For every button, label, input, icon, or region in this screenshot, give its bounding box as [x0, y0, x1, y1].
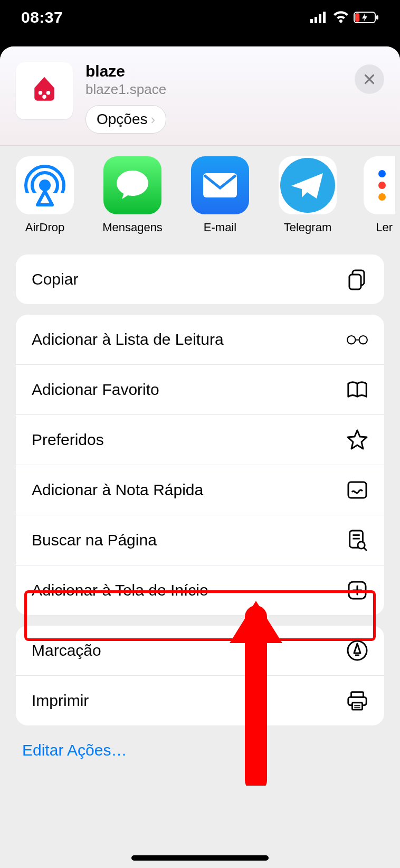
app-label: Mensagens [102, 221, 163, 234]
status-bar: 08:37 [0, 0, 400, 34]
svg-rect-32 [351, 692, 364, 697]
email-icon [191, 156, 249, 214]
svg-rect-2 [319, 14, 321, 23]
search-doc-icon [346, 529, 368, 551]
action-markup[interactable]: Marcação [16, 626, 384, 676]
messages-icon [103, 156, 161, 214]
app-label: Ler [376, 221, 393, 234]
dot-icon [378, 193, 386, 201]
wifi-icon [332, 11, 349, 24]
action-label: Adicionar à Lista de Leitura [32, 331, 224, 348]
site-url: blaze1.space [85, 81, 342, 98]
action-label: Preferidos [32, 431, 104, 449]
share-sheet: blaze blaze1.space Opções › AirDrop Mens… [0, 46, 400, 868]
share-apps-row[interactable]: AirDrop Mensagens E-mail Telegram [0, 146, 400, 240]
airdrop-icon [16, 156, 74, 214]
reminders-icon [364, 156, 395, 214]
cellular-icon [310, 12, 328, 23]
action-reading-list[interactable]: Adicionar à Lista de Leitura [16, 315, 384, 365]
copy-icon [346, 268, 368, 290]
site-title: blaze [85, 62, 342, 80]
status-time: 08:37 [21, 8, 63, 26]
app-label: E-mail [204, 221, 236, 234]
svg-line-26 [364, 548, 367, 551]
share-header: blaze blaze1.space Opções › [0, 46, 400, 146]
app-label: Telegram [284, 221, 331, 234]
svg-rect-1 [315, 17, 317, 23]
book-icon [346, 379, 368, 401]
svg-point-14 [117, 171, 148, 196]
svg-point-13 [39, 180, 51, 191]
action-group: Adicionar à Lista de Leitura Adicionar F… [16, 315, 384, 615]
quicknote-icon [346, 479, 368, 501]
svg-rect-5 [355, 13, 359, 22]
status-icons [310, 11, 379, 24]
options-button[interactable]: Opções › [85, 105, 166, 134]
home-indicator [131, 855, 269, 861]
glasses-icon [346, 328, 368, 351]
action-label: Adicionar à Tela de Início [32, 581, 208, 599]
app-airdrop[interactable]: AirDrop [16, 156, 74, 234]
edit-actions-link[interactable]: Editar Ações… [22, 741, 378, 759]
action-label: Adicionar à Nota Rápida [32, 481, 203, 499]
svg-point-8 [42, 95, 46, 99]
svg-rect-21 [348, 482, 366, 498]
action-label: Imprimir [32, 692, 89, 710]
svg-point-20 [359, 336, 367, 344]
action-add-to-home[interactable]: Adicionar à Tela de Início [16, 565, 384, 615]
action-group: Copiar [16, 254, 384, 304]
site-meta: blaze blaze1.space Opções › [85, 62, 342, 134]
plus-square-icon [346, 579, 368, 601]
svg-point-19 [347, 336, 355, 344]
action-copy[interactable]: Copiar [16, 254, 384, 304]
dot-icon [378, 170, 386, 177]
svg-point-25 [358, 542, 365, 549]
svg-rect-0 [310, 19, 313, 23]
markup-icon [346, 639, 368, 662]
action-find-on-page[interactable]: Buscar na Página [16, 515, 384, 565]
action-favorites[interactable]: Preferidos [16, 415, 384, 465]
chevron-right-icon: › [151, 111, 156, 128]
action-label: Marcação [32, 641, 101, 659]
site-icon [16, 62, 73, 119]
app-reminders[interactable]: Ler [366, 156, 393, 234]
action-quick-note[interactable]: Adicionar à Nota Rápida [16, 465, 384, 515]
svg-rect-18 [349, 275, 361, 289]
dot-icon [378, 182, 386, 189]
action-add-bookmark[interactable]: Adicionar Favorito [16, 365, 384, 415]
app-messages[interactable]: Mensagens [103, 156, 161, 234]
action-print[interactable]: Imprimir [16, 676, 384, 725]
close-button[interactable] [355, 64, 384, 94]
action-group: Marcação Imprimir [16, 626, 384, 725]
app-telegram[interactable]: Telegram [279, 156, 337, 234]
svg-point-7 [39, 91, 43, 95]
options-label: Opções [97, 111, 148, 128]
action-label: Adicionar Favorito [32, 381, 159, 399]
battery-charging-icon [354, 11, 379, 24]
svg-point-9 [46, 91, 51, 95]
telegram-icon [279, 156, 337, 214]
star-icon [346, 429, 368, 451]
svg-rect-3 [323, 12, 326, 23]
printer-icon [346, 690, 368, 712]
close-icon [363, 72, 376, 86]
svg-rect-6 [376, 15, 378, 20]
app-label: AirDrop [25, 221, 65, 234]
app-email[interactable]: E-mail [191, 156, 249, 234]
action-label: Buscar na Página [32, 531, 157, 549]
action-label: Copiar [32, 270, 78, 288]
